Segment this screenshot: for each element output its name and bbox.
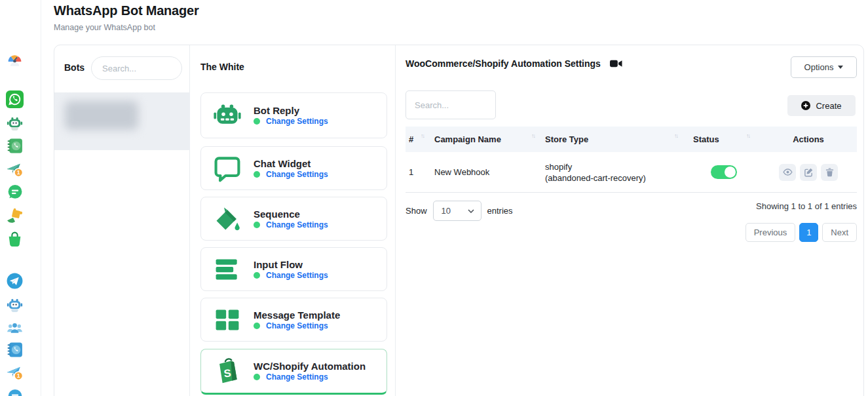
change-settings-link[interactable]: Change Settings [266, 170, 328, 179]
menu-card-sequence[interactable]: Sequence Change Settings [200, 197, 387, 241]
row-status-cell [688, 152, 760, 192]
page-subtitle: Manage your WhatsApp bot [54, 23, 199, 32]
page-size-value: 10 [442, 206, 451, 216]
green-dot-icon [254, 118, 260, 125]
view-button[interactable] [779, 164, 796, 181]
bots-panel: Bots [54, 45, 190, 396]
page-size-group: Show 10 entries [406, 201, 513, 221]
row-store-type: shopify (abandoned-cart-recovery) [545, 152, 688, 192]
bots-search-input[interactable] [91, 56, 182, 80]
green-dot-icon [254, 171, 260, 178]
page-title: WhatsApp Bot Manager [54, 3, 199, 18]
sort-icon[interactable]: ↑↓ [674, 132, 677, 139]
create-button[interactable]: Create [787, 95, 856, 116]
menu-card-wc-shopify-automation[interactable]: S WC/Shopify Automation Change Settings [200, 349, 387, 395]
telegram-group-icon[interactable] [6, 319, 24, 337]
edit-button[interactable] [800, 164, 817, 181]
edit-icon [804, 167, 814, 177]
chevron-down-icon [468, 209, 474, 213]
automation-search-input[interactable] [406, 90, 496, 119]
table-summary: Showing 1 to 1 of 1 entries [756, 201, 857, 211]
page-1-button[interactable]: 1 [799, 223, 818, 242]
sort-icon[interactable]: ↑↓ [746, 132, 749, 139]
video-camera-icon[interactable] [610, 59, 622, 68]
green-dot-icon [254, 222, 260, 228]
shopify-letter: S [223, 366, 232, 379]
toggle-knob [725, 167, 736, 178]
sort-icon[interactable]: ↑↓ [421, 132, 424, 139]
page-size-select[interactable]: 10 [433, 201, 481, 221]
bots-label: Bots [64, 62, 85, 73]
bot-menu-panel: The White Bot Reply Change Settings Chat… [190, 45, 396, 396]
page-header: WhatsApp Bot Manager Manage your WhatsAp… [54, 3, 199, 32]
automation-settings-panel: WooCommerce/Shopify Automation Settings … [396, 45, 863, 396]
table-header-row: # ↑↓ Campaign Name ↑↓ Store Type ↑↓ Stat… [406, 127, 857, 152]
chat-widget-icon [213, 154, 242, 183]
bot-list-item-selected[interactable] [54, 92, 190, 150]
green-dot-icon [254, 374, 260, 380]
whatsapp-icon[interactable] [6, 90, 24, 108]
menu-card-bot-reply[interactable]: Bot Reply Change Settings [200, 92, 387, 138]
change-settings-link[interactable]: Change Settings [266, 220, 328, 229]
shopify-icon: S [213, 357, 242, 386]
telegram-campaign-icon[interactable]: 1 [6, 364, 24, 382]
telegram-contacts-icon[interactable] [6, 341, 24, 359]
telegram-icon[interactable] [6, 272, 24, 290]
sequence-icon [213, 205, 242, 233]
menu-card-title: Sequence [254, 208, 300, 220]
telegram-bot-icon[interactable] [6, 296, 24, 313]
bot-name-heading: The White [200, 62, 244, 72]
menu-card-title: Chat Widget [254, 158, 311, 169]
whatsapp-integration-icon[interactable] [6, 207, 24, 225]
bot-name-blurred [65, 101, 138, 130]
caret-down-icon [838, 66, 843, 69]
message-template-icon [213, 306, 242, 334]
automation-table: # ↑↓ Campaign Name ↑↓ Store Type ↑↓ Stat… [406, 127, 857, 193]
telegram-chat-icon[interactable] [6, 388, 24, 396]
next-page-button[interactable]: Next [822, 223, 857, 242]
create-label: Create [816, 101, 841, 111]
whatsapp-campaign-icon[interactable]: 1 [6, 161, 24, 178]
bot-reply-icon [213, 101, 242, 130]
previous-page-button[interactable]: Previous [745, 223, 796, 242]
plus-circle-icon [801, 101, 810, 110]
whatsapp-store-icon[interactable] [6, 230, 24, 248]
trash-icon [825, 167, 835, 177]
change-settings-link[interactable]: Change Settings [266, 321, 328, 330]
menu-card-message-template[interactable]: Message Template Change Settings [200, 298, 387, 342]
delete-button[interactable] [821, 164, 838, 181]
menu-card-title: Bot Reply [254, 105, 299, 116]
options-button[interactable]: Options [791, 56, 857, 78]
menu-card-title: Message Template [254, 309, 340, 321]
menu-card-chat-widget[interactable]: Chat Widget Change Settings [200, 146, 387, 190]
column-header-store-type[interactable]: Store Type ↑↓ [545, 127, 688, 152]
column-header-actions: Actions [760, 127, 857, 152]
menu-card-input-flow[interactable]: Input Flow Change Settings [200, 247, 387, 291]
column-header-status[interactable]: Status ↑↓ [688, 127, 760, 152]
column-header-index[interactable]: # ↑↓ [406, 127, 434, 152]
row-actions-cell [760, 152, 857, 192]
row-index: 1 [406, 152, 434, 192]
green-dot-icon [254, 272, 260, 279]
eye-icon [783, 167, 793, 177]
table-row: 1 New Webhook shopify (abandoned-cart-re… [406, 152, 857, 193]
change-settings-link[interactable]: Change Settings [266, 117, 328, 126]
menu-card-title: WC/Shopify Automation [254, 361, 366, 372]
input-flow-icon [213, 255, 242, 284]
options-label: Options [804, 62, 834, 72]
change-settings-link[interactable]: Change Settings [266, 271, 328, 280]
whatsapp-contacts-icon[interactable] [6, 137, 24, 155]
dashboard-icon[interactable] [6, 51, 24, 69]
badge-count: 1 [17, 169, 20, 176]
app-sidebar: 1 1 [0, 0, 41, 396]
whatsapp-chat-icon[interactable] [6, 184, 24, 201]
change-settings-link[interactable]: Change Settings [266, 372, 328, 382]
badge-count: 1 [17, 372, 20, 379]
panel-title: WooCommerce/Shopify Automation Settings [406, 58, 601, 69]
menu-card-title: Input Flow [254, 259, 303, 270]
column-header-campaign-name[interactable]: Campaign Name ↑↓ [434, 127, 545, 152]
sort-icon[interactable]: ↑↓ [531, 132, 535, 139]
whatsapp-bot-icon[interactable] [6, 114, 24, 132]
entries-label: entries [487, 206, 513, 216]
status-toggle-on[interactable] [711, 165, 737, 179]
